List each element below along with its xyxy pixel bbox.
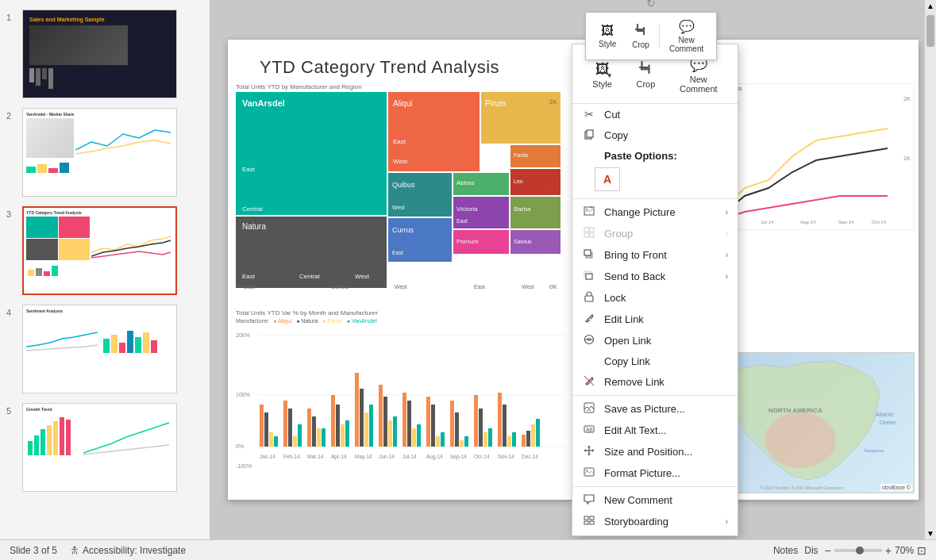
send-to-back-arrow: ›	[726, 272, 728, 281]
svg-rect-73	[260, 405, 264, 447]
scroll-thumb[interactable]	[926, 15, 934, 47]
thumb-box-4[interactable]: Sentiment Analysis	[22, 305, 177, 393]
rotate-handle[interactable]: ↻	[643, 0, 659, 11]
svg-rect-95	[388, 420, 392, 447]
right-scrollbar[interactable]: ▲ ▼	[925, 0, 936, 539]
thumb-box-1[interactable]: Sales and Marketing Sample	[22, 10, 177, 98]
display-button[interactable]: Dis	[804, 545, 818, 556]
svg-text:2K: 2K	[903, 96, 911, 102]
slide-thumb-3[interactable]: 3 YTD Category Trend Analysis	[0, 203, 210, 298]
slide-thumb-5[interactable]: 5 Growth Trend	[0, 400, 210, 495]
open-link-icon	[582, 334, 596, 347]
thumb-box-2[interactable]: VanArsdel - Market Share	[22, 108, 177, 197]
notes-button[interactable]: Notes	[773, 545, 798, 556]
crop-button[interactable]: Crop	[626, 20, 656, 52]
scroll-up-arrow[interactable]: ▲	[925, 0, 936, 12]
size-position-icon	[582, 445, 596, 458]
ctx-style-button[interactable]: 🖼▼ Style	[586, 58, 618, 92]
thumb-box-3[interactable]: YTD Category Trend Analysis	[22, 206, 177, 295]
menu-item-open-link[interactable]: Open Link	[572, 330, 738, 351]
zoom-slider-thumb[interactable]	[856, 547, 864, 554]
menu-item-size-position[interactable]: Size and Position...	[572, 441, 738, 462]
menu-item-new-comment[interactable]: New Comment	[572, 489, 738, 511]
status-right: Notes Dis − + 70% ⊡	[773, 544, 926, 557]
svg-text:VanArsdel: VanArsdel	[242, 98, 285, 108]
menu-item-group[interactable]: Group ›	[572, 223, 738, 244]
style-label: Style	[599, 40, 616, 48]
svg-text:East: East	[474, 284, 485, 290]
menu-item-edit-link[interactable]: Edit Link	[572, 309, 738, 330]
zoom-in-button[interactable]: +	[885, 544, 892, 557]
svg-rect-0	[26, 167, 36, 173]
svg-rect-13	[143, 332, 149, 353]
menu-item-edit-alt-text[interactable]: Alt Edit Alt Text...	[572, 420, 738, 441]
menu-item-remove-link[interactable]: Remove Link	[572, 371, 738, 393]
menu-item-storyboarding[interactable]: Storyboarding ›	[572, 511, 738, 532]
svg-rect-49	[453, 197, 509, 228]
sep-2	[572, 395, 738, 396]
svg-rect-84	[322, 428, 325, 447]
svg-rect-98	[407, 401, 411, 447]
menu-item-save-as-picture[interactable]: Save as Picture...	[572, 398, 738, 420]
svg-rect-7	[52, 266, 58, 276]
paste-icon: A	[603, 173, 611, 186]
copy-label: Copy	[604, 129, 628, 141]
svg-rect-19	[53, 421, 58, 455]
sep-1	[572, 198, 738, 199]
svg-rect-188	[584, 521, 588, 524]
svg-text:West: West	[355, 273, 370, 280]
menu-item-bring-to-front[interactable]: Bring to Front ›	[572, 244, 738, 266]
float-new-comment-button[interactable]: 💬 New Comment	[663, 16, 710, 56]
menu-item-change-picture[interactable]: Change Picture ›	[572, 201, 738, 223]
svg-rect-99	[412, 428, 416, 447]
svg-text:Aug-14: Aug-14	[800, 220, 816, 224]
zoom-out-button[interactable]: −	[825, 544, 831, 557]
svg-text:East: East	[456, 218, 468, 224]
slide-thumb-1[interactable]: 1 Sales and Marketing Sample	[0, 6, 210, 102]
svg-rect-115	[507, 436, 511, 447]
svg-text:Jan-14: Jan-14	[260, 454, 275, 459]
svg-line-170	[587, 316, 591, 320]
svg-rect-79	[293, 436, 297, 447]
slide-num-5: 5	[6, 406, 17, 416]
menu-item-paste-heading: Paste Options:	[572, 146, 738, 166]
menu-item-cut[interactable]: ✂ Cut	[572, 104, 738, 125]
svg-rect-1	[37, 164, 47, 173]
svg-rect-109	[474, 395, 478, 447]
thumb-box-5[interactable]: Growth Trend	[22, 403, 177, 492]
menu-item-copy[interactable]: Copy	[572, 125, 738, 146]
ctx-crop-icon	[638, 60, 653, 78]
menu-item-send-to-back[interactable]: Send to Back ›	[572, 266, 738, 287]
zoom-slider-track[interactable]	[834, 549, 882, 552]
change-picture-arrow: ›	[726, 208, 728, 217]
fit-button[interactable]: ⊡	[917, 544, 926, 557]
bring-to-front-label: Bring to Front	[604, 249, 667, 261]
svg-text:Pomum: Pomum	[456, 238, 479, 245]
ctx-crop-button[interactable]: Crop	[630, 57, 661, 92]
scroll-down-arrow[interactable]: ▼	[925, 527, 936, 539]
style-button[interactable]: 🖼 Style	[592, 21, 622, 52]
save-as-picture-label: Save as Picture...	[604, 403, 685, 415]
menu-item-lock[interactable]: Lock	[572, 287, 738, 309]
svg-text:Pirum: Pirum	[485, 99, 506, 108]
svg-text:West: West	[392, 205, 405, 210]
svg-rect-20	[60, 417, 64, 455]
svg-text:Fanta: Fanta	[514, 152, 528, 158]
svg-rect-113	[498, 393, 502, 447]
menu-item-copy-link[interactable]: Copy Link	[572, 351, 738, 371]
svg-rect-88	[345, 420, 349, 447]
slide-thumb-2[interactable]: 2 VanArsdel - Market Share	[0, 105, 210, 200]
zoom-value: 70%	[895, 545, 914, 556]
svg-text:Jul-14: Jul-14	[403, 454, 417, 459]
svg-text:Natura: Natura	[242, 222, 266, 231]
paste-icon-button[interactable]: A	[595, 167, 620, 191]
svg-text:200%: 200%	[236, 332, 250, 338]
svg-text:Abbas: Abbas	[456, 179, 475, 186]
svg-text:Central: Central	[242, 205, 263, 213]
storyboarding-arrow: ›	[726, 517, 728, 526]
svg-rect-11	[127, 331, 133, 353]
bring-to-front-icon	[582, 248, 596, 262]
menu-item-format-picture[interactable]: Format Picture...	[572, 462, 738, 484]
svg-rect-96	[393, 416, 397, 447]
slide-thumb-4[interactable]: 4 Sentiment Analysis	[0, 301, 210, 397]
